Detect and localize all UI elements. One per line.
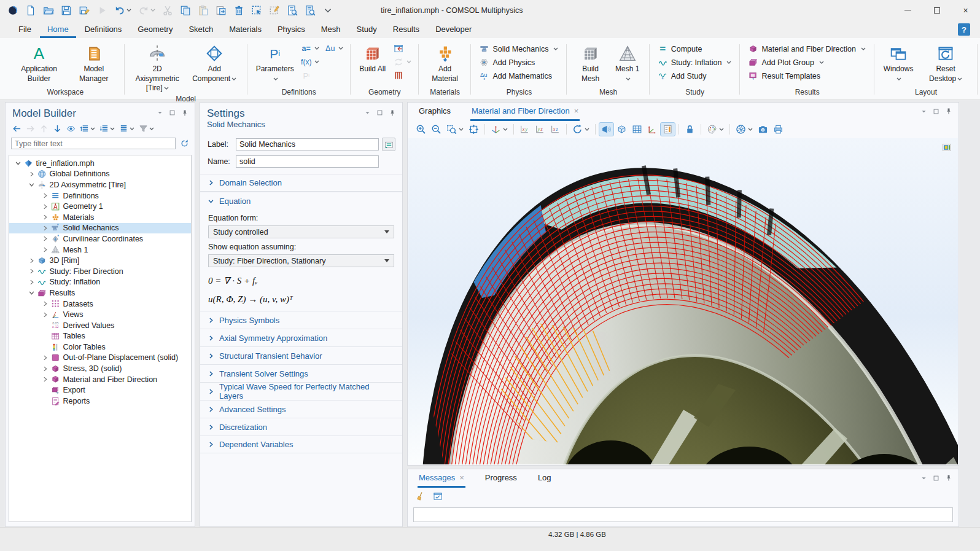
filter-refresh-button[interactable] <box>180 139 189 148</box>
open-messages-window-button[interactable] <box>431 490 445 502</box>
tree-item-export[interactable]: Export <box>9 385 191 396</box>
fx-button[interactable]: f(x) <box>300 56 321 68</box>
name-input[interactable] <box>236 155 379 168</box>
panel-float-button[interactable] <box>933 475 939 483</box>
tree-item-material-and-fiber-direction[interactable]: Material and Fiber Direction <box>9 374 191 385</box>
panel-menu-button[interactable] <box>364 109 371 118</box>
tree-chevron-icon[interactable] <box>42 214 48 220</box>
grid-button[interactable] <box>630 123 644 136</box>
equation-form-dropdown[interactable]: Study controlled <box>208 225 394 238</box>
menu-developer[interactable]: Developer <box>428 20 479 38</box>
tab-close-icon[interactable]: × <box>574 106 579 115</box>
build-all-button[interactable]: Build All <box>356 41 389 76</box>
tab-log[interactable]: Log <box>537 469 553 488</box>
application-builder-button[interactable]: AApplication Builder <box>12 41 66 85</box>
tree-chevron-icon[interactable] <box>42 204 48 209</box>
cut-button[interactable] <box>160 3 176 18</box>
tree-item-2d-axisymmetric-tire[interactable]: 2D Axisymmetric [Tire] <box>9 179 191 190</box>
rename-button[interactable] <box>382 138 395 151</box>
section-advanced-settings[interactable]: Advanced Settings <box>200 400 402 418</box>
redo-button[interactable] <box>136 3 158 18</box>
panel-menu-button[interactable] <box>920 108 927 117</box>
a-eq-button[interactable]: a= <box>300 42 321 55</box>
geo-import-button[interactable] <box>392 42 413 55</box>
menu-study[interactable]: Study <box>349 20 384 38</box>
add-study-button[interactable]: Add Study <box>655 69 735 82</box>
reset-desktop-button[interactable]: Reset Desktop <box>919 41 972 85</box>
filter-button[interactable] <box>138 123 155 135</box>
new-file-button[interactable] <box>23 3 39 18</box>
select-box-button[interactable] <box>249 3 265 18</box>
axes-button[interactable] <box>645 123 659 136</box>
image-palette-button[interactable] <box>705 123 726 136</box>
menu-physics[interactable]: Physics <box>270 20 313 38</box>
show-equation-dropdown[interactable]: Study: Fiber Direction, Stationary <box>208 254 394 267</box>
printer-button[interactable] <box>771 123 785 136</box>
material-and-fiber-direction-button[interactable]: Material and Fiber Direction <box>745 42 869 55</box>
tree-item-study-fiber-direction[interactable]: Study: Fiber Direction <box>9 266 191 277</box>
minimize-button[interactable] <box>893 0 922 20</box>
tree-chevron-icon[interactable] <box>42 301 48 307</box>
tree-item-definitions[interactable]: Definitions <box>9 190 191 201</box>
lock-button[interactable] <box>683 123 697 136</box>
menu-materials[interactable]: Materials <box>222 20 269 38</box>
tree-chevron-icon[interactable] <box>29 171 34 177</box>
toolbar-overflow-button[interactable] <box>320 3 336 18</box>
tree-item-curvilinear-coordinates[interactable]: *Curvilinear Coordinates <box>9 233 191 244</box>
panel-pin-button[interactable] <box>389 109 396 119</box>
node-list-button[interactable] <box>118 123 136 135</box>
open-button[interactable] <box>41 3 56 18</box>
help-button[interactable]: ? <box>958 23 970 36</box>
solid-mechanics-button[interactable]: Solid Mechanics <box>476 42 561 55</box>
tree-item-derived-values[interactable]: 8.85e-12Derived Values <box>9 320 191 331</box>
tab-material-and-fiber-direction[interactable]: Material and Fiber Direction× <box>470 103 580 121</box>
tree-chevron-icon[interactable] <box>42 225 48 231</box>
compute-button[interactable]: =Compute <box>655 42 735 55</box>
tree-chevron-icon[interactable] <box>42 312 48 318</box>
build-mesh-button[interactable]: Build Mesh <box>572 41 608 85</box>
panel-float-button[interactable] <box>169 109 176 118</box>
tree-item-reports[interactable]: Reports <box>9 396 191 407</box>
tree-item-results[interactable]: Results <box>9 287 191 299</box>
menu-results[interactable]: Results <box>386 20 427 38</box>
expand-all-button[interactable] <box>98 123 116 135</box>
graphics-viewport[interactable] <box>408 138 958 464</box>
section-discretization[interactable]: Discretization <box>200 418 402 436</box>
menu-sketch[interactable]: Sketch <box>181 20 220 38</box>
tree-item-views[interactable]: Views <box>9 309 191 320</box>
filter-input[interactable] <box>11 138 176 149</box>
panel-menu-button[interactable] <box>157 109 163 118</box>
zoom-box-button[interactable] <box>445 123 465 136</box>
zoom-in-button[interactable] <box>414 123 428 136</box>
comsol-logo-button[interactable] <box>5 3 21 18</box>
section-transient-solver-settings[interactable]: Transient Solver Settings <box>200 364 402 382</box>
panel-pin-button[interactable] <box>181 109 189 119</box>
rotate-button[interactable] <box>570 123 591 136</box>
label-input[interactable] <box>236 138 379 150</box>
tree-chevron-icon[interactable] <box>42 355 48 361</box>
move-down-button[interactable] <box>52 123 63 135</box>
tree-chevron-icon[interactable] <box>42 366 48 372</box>
panel-float-button[interactable] <box>376 109 383 118</box>
panel-pin-button[interactable] <box>945 107 952 117</box>
tree-chevron-icon[interactable] <box>29 290 34 295</box>
view-xz-button[interactable]: xz <box>548 123 562 136</box>
geo-partition-button[interactable] <box>392 69 413 82</box>
tree-item-tire-inflation-mph[interactable]: tire_inflation.mph <box>9 158 191 169</box>
tree-chevron-icon[interactable] <box>42 247 48 252</box>
view-yz-button[interactable]: yz <box>533 123 547 136</box>
copy-button[interactable] <box>177 3 193 18</box>
nav-forward-button[interactable] <box>25 123 36 135</box>
tab-close-icon[interactable]: × <box>459 473 464 482</box>
panel-pin-button[interactable] <box>945 474 952 483</box>
paste-button[interactable] <box>195 3 211 18</box>
tree-chevron-icon[interactable] <box>42 377 48 382</box>
tree-item-solid-mechanics[interactable]: *Solid Mechanics <box>9 223 191 234</box>
duplicate-button[interactable] <box>213 3 229 18</box>
geo-sync-button[interactable] <box>392 56 413 68</box>
tree-item-tables[interactable]: Tables <box>9 331 191 342</box>
tab-messages[interactable]: Messages× <box>418 469 465 488</box>
tree-item-materials[interactable]: Materials <box>9 212 191 223</box>
tab-progress[interactable]: Progress <box>484 469 518 488</box>
nav-back-button[interactable] <box>11 123 23 135</box>
